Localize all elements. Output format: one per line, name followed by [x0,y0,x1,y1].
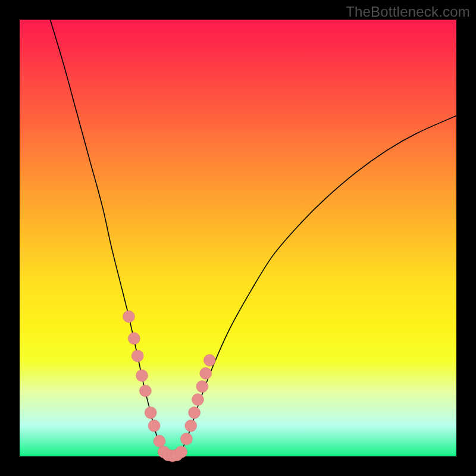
marker-dot [148,420,160,432]
marker-dot [131,350,143,362]
marker-dot [139,385,151,397]
marker-dot [145,407,156,419]
marker-dot [128,333,140,345]
marker-dot [185,420,197,432]
watermark-text: TheBottleneck.com [346,4,470,20]
chart-frame: TheBottleneck.com [0,0,476,476]
marker-dot [154,435,165,447]
marker-dot [123,311,135,322]
marker-dot [136,369,148,381]
curve-right [181,115,456,452]
marker-group [123,311,216,462]
plot-area [20,20,456,456]
marker-dot [176,446,187,458]
chart-svg [20,20,456,456]
marker-dot [203,355,215,367]
marker-dot [189,407,201,419]
marker-dot [200,368,212,380]
marker-dot [192,394,203,406]
marker-dot [180,433,192,445]
marker-dot [196,381,208,393]
